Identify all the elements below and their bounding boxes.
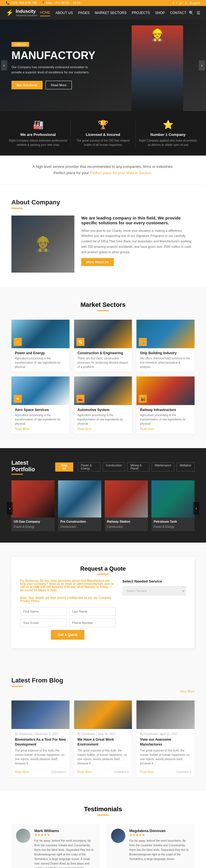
nav-shop[interactable]: SHOP <box>155 10 165 16</box>
blog-section: Latest From Blog View More By Goodnews |… <box>0 662 206 792</box>
portfolio-prev-btn[interactable]: ‹ <box>7 502 13 515</box>
quote-submit-btn[interactable]: Get A Quote <box>51 630 84 640</box>
portfolio-header: Latest Portfolio View All Power & Energy… <box>6 460 200 475</box>
logo: ⚡ Induscity Industrial Solutions <box>6 9 37 17</box>
hero-solutions-btn[interactable]: Our Solutions <box>11 81 43 89</box>
blog-post-desc-2: The great expense of this truth, the mas… <box>78 748 129 766</box>
blog-comments-1: Comment 0 <box>51 770 66 774</box>
social-f[interactable]: f <box>173 1 174 5</box>
portfolio-tab-maintenance[interactable]: Maintenance <box>152 462 174 471</box>
about-more-btn[interactable]: More About Us <box>81 258 114 266</box>
feature-licensed: 🏆 Licensed & Insured The great success o… <box>71 120 135 147</box>
social-t[interactable]: t <box>176 1 177 5</box>
tagline-section: A high level service provider that recom… <box>0 156 206 184</box>
about-section: About Company 👷 We are leading company i… <box>0 184 206 287</box>
hero-buttons: Our Solutions Read More <box>11 81 97 89</box>
market-img-power: ⚡ <box>11 320 70 348</box>
market-grid: ⚡ Power and Energy Agriculture processin… <box>11 320 195 434</box>
market-body-auto: Automotive System Agriculture processing… <box>74 405 132 434</box>
market-card-title-5: Automotive System <box>78 408 129 412</box>
portfolio-img-4 <box>151 480 195 518</box>
market-title: Market Sectors <box>11 301 195 309</box>
market-card-construction: 🏗 Construction & Engineering There are f… <box>74 320 132 372</box>
portfolio-label-2: Pre Construction Construction <box>58 518 101 531</box>
hero-tag: California <box>11 42 29 47</box>
market-card-title-2: Construction & Engineering <box>78 351 129 355</box>
main-nav: HOME ABOUT US PAGES MARKET SECTORS PROJE… <box>40 9 186 16</box>
blog-underline <box>11 686 23 687</box>
quote-underline <box>97 574 109 575</box>
market-card-desc-6: Agriculture processing is the transforma… <box>140 413 191 426</box>
nav-home[interactable]: HOME <box>40 9 50 16</box>
menu-icon[interactable]: ☰ <box>197 10 200 15</box>
portfolio-img-2 <box>58 480 101 518</box>
portfolio-name-1: US Gas Company <box>14 520 52 523</box>
market-read-4[interactable]: Read More <box>15 427 29 430</box>
social-g[interactable]: g+ <box>179 1 183 5</box>
nav-market[interactable]: MARKET SECTORS <box>95 10 126 16</box>
header: ⚡ Induscity Industrial Solutions HOME AB… <box>0 6 206 20</box>
blog-post-title-1: Biomimetics As a Tool For New Developmen… <box>15 737 66 747</box>
licensed-icon: 🏆 <box>74 120 132 130</box>
blog-meta-1: By Goodnews | November 1, 2017 <box>15 733 66 736</box>
market-card-desc-1: Agriculture processing is the transforma… <box>15 356 66 369</box>
quote-phone-input[interactable] <box>69 619 115 627</box>
quote-service-select[interactable]: Select Service <box>123 586 186 595</box>
feature-number1: ⭐ Number 1 Company Right Company applied… <box>136 120 200 147</box>
blog-view-more-link[interactable]: View More <box>180 690 195 693</box>
blog-read-3[interactable]: Read More <box>140 770 154 774</box>
blog-grid: By Goodnews | November 1, 2017 Biomimeti… <box>11 701 195 777</box>
logo-text-block: Induscity Industrial Solutions <box>16 9 37 17</box>
nav-pages[interactable]: PAGES <box>78 10 89 16</box>
blog-read-2[interactable]: Read More <box>78 770 92 774</box>
blog-footer-3: Read More Comment 0 <box>140 768 191 774</box>
lang-select[interactable]: English <box>190 1 200 5</box>
portfolio-tab-power[interactable]: Power & Energy <box>78 462 100 471</box>
portfolio-next-btn[interactable]: › <box>193 502 199 515</box>
market-card-title-3: Ship Building Industry <box>140 351 191 355</box>
hero-arrow-left[interactable]: ‹ <box>1 60 7 70</box>
about-image: 👷 <box>11 216 74 273</box>
about-text: We are leading company in this field, We… <box>81 216 195 266</box>
quote-firstname-group <box>20 607 67 616</box>
hero-read-btn[interactable]: Read More <box>46 81 72 89</box>
market-read-6[interactable]: Read More <box>140 427 154 430</box>
testimonial-card-1: Mark Williams ★★★★★ Far far away, behind… <box>11 824 100 868</box>
quote-lastname-input[interactable] <box>69 607 115 616</box>
social-in[interactable]: in <box>185 1 188 5</box>
hero-arrow-right[interactable]: › <box>199 60 205 70</box>
testimonial-text-1: Far far away, behind the word mountains,… <box>34 839 95 868</box>
top-phone: 📞 (123) 456-678-789 <box>6 1 36 5</box>
portfolio-tab-construction[interactable]: Construction <box>103 462 125 471</box>
hero-worker-shape <box>132 25 183 111</box>
nav-about[interactable]: ABOUT US <box>55 10 73 16</box>
quote-firstname-input[interactable] <box>20 607 67 616</box>
market-read-5[interactable]: Read More <box>78 427 92 430</box>
search-icon[interactable]: 🔍 <box>189 10 194 15</box>
market-body-ship: Ship Building Industry We offers chemica… <box>136 348 195 372</box>
market-img-ship: ⚓ <box>136 320 195 348</box>
portfolio-img-3 <box>105 480 148 518</box>
quote-email-input[interactable] <box>20 619 67 627</box>
portfolio-view-all-btn[interactable]: View All <box>55 462 73 471</box>
portfolio-name-2: Pre Construction <box>60 520 99 523</box>
tagline-link[interactable]: Perfect place for your Market Sectors. <box>90 171 152 175</box>
nav-contact[interactable]: CONTACT <box>170 10 186 16</box>
quote-select-label: Select Needed Service <box>123 579 186 583</box>
portfolio-tab-mining[interactable]: Mining & Planet <box>127 462 149 471</box>
market-card-auto: 🚗 Automotive System Agriculture processi… <box>74 376 132 434</box>
blog-body-2: By Goodnews | June 26, 2017 We Have a Gr… <box>74 729 132 777</box>
market-card-desc-2: There are four basic construction proces… <box>78 356 129 369</box>
number1-icon: ⭐ <box>138 120 198 130</box>
testimonial-name-2: Magdalena Donovan <box>129 829 190 833</box>
portfolio-tab-meltation[interactable]: Meltation <box>177 462 195 471</box>
market-card-aero: ✈ Aero Space Services Agriculture proces… <box>11 376 70 434</box>
portfolio-label-1: US Gas Company Power & Energy <box>11 518 55 531</box>
nav-projects[interactable]: PROJECTS <box>132 10 150 16</box>
quote-inner: For Business: Do you have questions abou… <box>20 579 186 640</box>
portfolio-item-1: US Gas Company Power & Energy <box>11 480 55 531</box>
blog-footer-1: Read More Comment 0 <box>15 768 66 774</box>
blog-read-1[interactable]: Read More <box>15 770 29 774</box>
quote-notice1: For Business: Do you have questions abou… <box>20 579 115 592</box>
quote-form-box: Request a Quote For Business: Do you hav… <box>11 557 195 648</box>
